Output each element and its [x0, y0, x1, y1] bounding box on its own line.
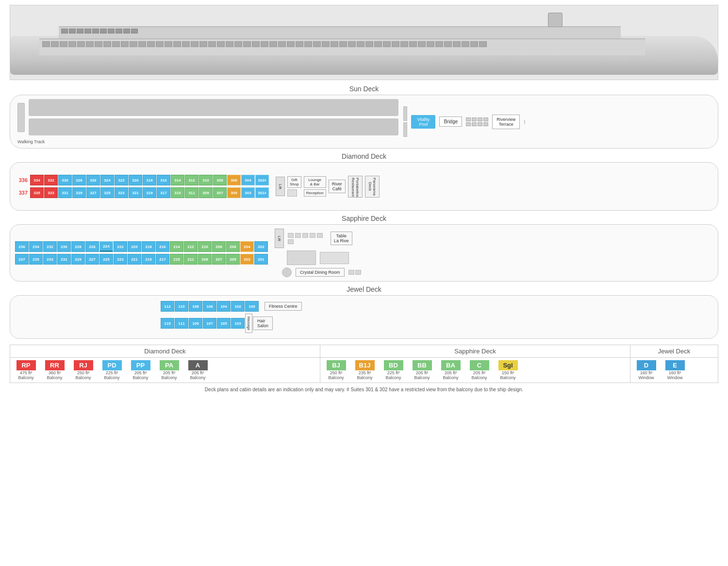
cabin-110: 110 — [175, 301, 188, 312]
diamond-cabins: 336 334 332 330 328 326 324 322 320 318 … — [15, 175, 269, 198]
legend-diamond: Diamond Deck RP 475 ft² Balcony RR 360 f… — [10, 345, 320, 383]
legend-rp-code: RP — [17, 360, 36, 370]
cabin-314: 314 — [171, 175, 184, 185]
cabin-226: 226 — [85, 241, 99, 252]
cabin-204: 204 — [240, 241, 254, 252]
sapphire-deck-plan: 236 234 232 230 228 226 224 222 220 218 … — [10, 224, 718, 282]
cabin-334: 334 — [30, 175, 44, 185]
legend-jewel: Jewel Deck D 160 ft² Window E 160 ft² Wi… — [630, 345, 718, 383]
cabin-206: 206 — [226, 241, 240, 252]
cabin-222: 222 — [114, 241, 127, 252]
legend-diamond-header: Diamond Deck — [10, 345, 320, 358]
hair-salon: HairSalon — [253, 316, 273, 330]
cabin-311: 311 — [185, 187, 199, 198]
jewel-deck-title: Jewel Deck — [10, 285, 718, 293]
cabin-234: 234 — [29, 241, 43, 252]
cabin-316: 316 — [157, 175, 170, 185]
legend-sgl-code: Sgl — [498, 360, 518, 370]
legend-container: Diamond Deck RP 475 ft² Balcony RR 360 f… — [10, 345, 718, 383]
legend-bj-type: Balcony — [328, 375, 344, 380]
jewel-cabins: 112 110 108 106 104 102 100 Fitness Cent… — [161, 301, 302, 333]
legend-rj-type: Balcony — [75, 375, 91, 380]
cabin-318: 318 — [143, 175, 156, 185]
legend-ba-size: 205 ft² — [445, 370, 457, 375]
cabin-325: 325 — [100, 187, 114, 198]
cabin-337-label: 337 — [15, 190, 30, 196]
footnote: Deck plans and cabin details are an indi… — [10, 387, 718, 392]
legend-rj-code: RJ — [74, 360, 93, 370]
cabin-229: 229 — [71, 254, 85, 265]
cabin-320: 320 — [129, 175, 142, 185]
legend-bd-size: 225 ft² — [387, 370, 400, 375]
cabin-115: 115 — [161, 318, 174, 329]
legend-pp-code: PP — [131, 360, 150, 370]
legend-e: E 160 ft² Window — [662, 360, 688, 380]
bridge-box: Bridge — [439, 117, 462, 127]
cabin-203: 203 — [240, 254, 254, 265]
diamond-deck-title: Diamond Deck — [10, 152, 718, 160]
cabin-111: 111 — [175, 318, 188, 329]
sapphire-deck-title: Sapphire Deck — [10, 215, 718, 222]
walking-track-label: Walking Track — [17, 139, 398, 144]
cabin-209: 209 — [198, 254, 212, 265]
cabin-323: 323 — [115, 187, 128, 198]
cabin-103: 103 — [231, 318, 245, 329]
legend-rj: RJ 250 ft² Balcony — [70, 360, 97, 380]
legend-rr-type: Balcony — [47, 375, 62, 380]
cabin-232: 232 — [43, 241, 57, 252]
cabin-315: 315 — [171, 187, 184, 198]
cabin-227: 227 — [85, 254, 99, 265]
cabin-220: 220 — [128, 241, 141, 252]
legend-a-type: Balcony — [190, 375, 205, 380]
cabin-327: 327 — [86, 187, 100, 198]
legend-sgl: Sgl 150 ft² Balcony — [495, 360, 521, 380]
river-cafe: RiverCafé — [329, 180, 346, 193]
jewel-deck-plan: 112 110 108 106 104 102 100 Fitness Cent… — [10, 295, 718, 339]
legend-pd-code: PD — [102, 360, 122, 370]
legend-bd-code: BD — [384, 360, 403, 370]
cabin-233: 233 — [43, 254, 57, 265]
cabin-112: 112 — [161, 301, 174, 312]
legend-ba-code: BA — [441, 360, 461, 370]
legend-pa-size: 205 ft² — [163, 370, 176, 375]
cabin-319: 319 — [143, 187, 156, 198]
cabin-236: 236 — [15, 241, 29, 252]
cabin-104: 104 — [217, 301, 231, 312]
legend-d-size: 160 ft² — [640, 370, 653, 375]
cabin-230: 230 — [57, 241, 71, 252]
sun-deck-plan: Walking Track VitalityPool Bridge — [10, 95, 718, 149]
cabin-305: 305 — [227, 187, 241, 198]
page-container: Sun Deck Walking Track — [0, 0, 728, 397]
portabellos-restaurant: PortabellosRestaurant — [348, 176, 363, 198]
legend-bb-size: 205 ft² — [416, 370, 429, 375]
legend-sgl-type: Balcony — [500, 375, 515, 380]
cabin-107: 107 — [203, 318, 216, 329]
legend-bd: BD 225 ft² Balcony — [380, 360, 407, 380]
cabin-304: 304 — [241, 175, 255, 185]
cabin-328: 328 — [72, 175, 86, 185]
legend-rp: RP 475 ft² Balcony — [13, 360, 39, 380]
cabin-224: 224 — [99, 241, 113, 252]
riverview-terrace: RiverviewTerrace — [492, 115, 520, 129]
legend-sapphire: Sapphire Deck BJ 250 ft² Balcony B1J 235… — [320, 345, 630, 383]
walking-track-area: Walking Track — [17, 99, 398, 144]
cabin-212: 212 — [184, 241, 198, 252]
fitness-centre: Fitness Centre — [265, 302, 302, 311]
legend-jewel-header: Jewel Deck — [630, 345, 718, 358]
sun-deck-section: Sun Deck Walking Track — [10, 85, 718, 149]
legend-c-type: Balcony — [471, 375, 487, 380]
cabin-208: 208 — [212, 241, 226, 252]
cabin-219: 219 — [142, 254, 155, 265]
ship-image — [10, 5, 718, 80]
legend-ba: BA 205 ft² Balcony — [437, 360, 464, 380]
legend-diamond-items: RP 475 ft² Balcony RR 360 ft² Balcony RJ… — [10, 358, 320, 383]
legend-c-code: C — [470, 360, 489, 370]
table-la-rive: TableLa Rive — [331, 232, 352, 245]
cabin-312: 312 — [185, 175, 199, 185]
legend-bd-type: Balcony — [385, 375, 401, 380]
cabin-205: 205 — [226, 254, 240, 265]
diamond-deck-plan: 336 334 332 330 328 326 324 322 320 318 … — [10, 162, 718, 211]
cabin-330: 330 — [58, 175, 72, 185]
cabin-216: 216 — [156, 241, 169, 252]
cabin-336-label: 336 — [15, 177, 30, 183]
